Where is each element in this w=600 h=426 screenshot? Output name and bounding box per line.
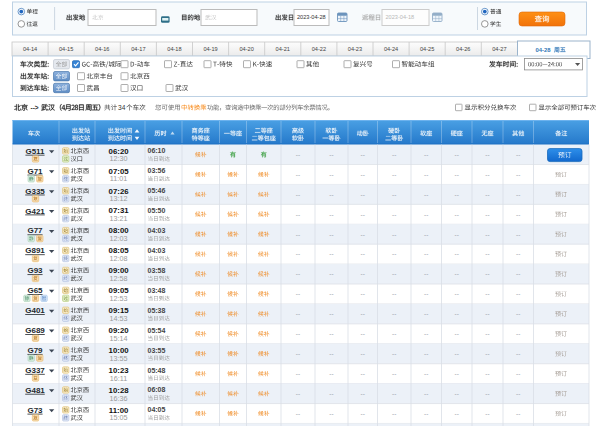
svg-text:05:38: 05:38 xyxy=(148,307,166,314)
svg-text:G79: G79 xyxy=(27,346,43,355)
svg-text:04-17: 04-17 xyxy=(131,46,145,52)
svg-text:--: -- xyxy=(485,290,489,297)
svg-text:--: -- xyxy=(485,151,489,158)
svg-text:34: 34 xyxy=(118,104,126,111)
svg-text:05:46: 05:46 xyxy=(148,187,166,194)
svg-text:--: -- xyxy=(516,151,520,158)
svg-text:G77: G77 xyxy=(27,226,43,235)
svg-text:--: -- xyxy=(296,330,300,337)
svg-text:--: -- xyxy=(392,250,396,257)
svg-text:--: -- xyxy=(516,310,520,317)
svg-text:G93: G93 xyxy=(27,266,43,275)
svg-text:--: -- xyxy=(424,310,428,317)
svg-text:--: -- xyxy=(329,191,333,198)
svg-text:--: -- xyxy=(424,270,428,277)
svg-text:--: -- xyxy=(516,250,520,257)
svg-text:G71: G71 xyxy=(27,167,43,176)
svg-text:--: -- xyxy=(516,410,520,417)
svg-text:04-20: 04-20 xyxy=(239,46,253,52)
svg-text:--: -- xyxy=(329,330,333,337)
svg-text:--: -- xyxy=(329,370,333,377)
svg-text:--: -- xyxy=(392,270,396,277)
svg-text:--: -- xyxy=(361,290,365,297)
svg-text:04-21: 04-21 xyxy=(276,46,290,52)
svg-text:--: -- xyxy=(392,310,396,317)
svg-text:12:53: 12:53 xyxy=(110,294,128,303)
svg-text:--: -- xyxy=(361,171,365,178)
svg-text:--: -- xyxy=(485,250,489,257)
svg-text:--: -- xyxy=(361,231,365,238)
svg-text:--: -- xyxy=(392,171,396,178)
svg-text:G335: G335 xyxy=(25,187,45,196)
svg-text:04-19: 04-19 xyxy=(203,46,217,52)
svg-text:13:21: 13:21 xyxy=(110,214,128,223)
svg-text:--: -- xyxy=(516,390,520,397)
svg-text:16:11: 16:11 xyxy=(110,374,127,383)
svg-text:--: -- xyxy=(392,191,396,198)
svg-text:--: -- xyxy=(455,390,459,397)
svg-text:--: -- xyxy=(424,410,428,417)
svg-text:--: -- xyxy=(392,151,396,158)
svg-text:06:10: 06:10 xyxy=(148,147,166,154)
svg-text:--: -- xyxy=(361,390,365,397)
svg-text:--: -- xyxy=(392,211,396,218)
svg-text:--: -- xyxy=(361,350,365,357)
svg-text:-->: --> xyxy=(31,104,39,111)
svg-text:--: -- xyxy=(516,211,520,218)
svg-text:--: -- xyxy=(296,370,300,377)
svg-text:--: -- xyxy=(485,270,489,277)
svg-text:--: -- xyxy=(455,211,459,218)
svg-text:--: -- xyxy=(361,250,365,257)
svg-text:--: -- xyxy=(516,171,520,178)
svg-text:G511: G511 xyxy=(25,147,45,156)
svg-text:15:14: 15:14 xyxy=(110,334,128,343)
svg-text:--: -- xyxy=(516,290,520,297)
svg-text:G891: G891 xyxy=(25,246,45,255)
svg-text:04-28: 04-28 xyxy=(535,47,551,53)
svg-text:--: -- xyxy=(392,350,396,357)
svg-text:--: -- xyxy=(485,171,489,178)
svg-text:G337: G337 xyxy=(25,366,45,375)
svg-text:--: -- xyxy=(296,310,300,317)
svg-text:04:03: 04:03 xyxy=(148,247,166,254)
svg-text:2023-04-28: 2023-04-28 xyxy=(297,14,326,20)
svg-text:04-22: 04-22 xyxy=(312,46,326,52)
svg-text:G421: G421 xyxy=(25,207,45,216)
svg-text:12:08: 12:08 xyxy=(110,254,128,263)
svg-text:--: -- xyxy=(424,390,428,397)
svg-text:--: -- xyxy=(329,270,333,277)
svg-text:--: -- xyxy=(485,231,489,238)
svg-text:--: -- xyxy=(516,231,520,238)
svg-text:04-25: 04-25 xyxy=(420,46,434,52)
svg-text:13:12: 13:12 xyxy=(110,194,128,203)
svg-text:03:56: 03:56 xyxy=(148,167,166,174)
svg-text:03:55: 03:55 xyxy=(148,347,166,354)
svg-text:--: -- xyxy=(392,370,396,377)
svg-text:04-27: 04-27 xyxy=(492,46,506,52)
svg-text:15:05: 15:05 xyxy=(110,413,128,422)
svg-text:--: -- xyxy=(296,211,300,218)
svg-text:--: -- xyxy=(424,211,428,218)
svg-text:--: -- xyxy=(455,151,459,158)
svg-text:G401: G401 xyxy=(25,306,45,315)
svg-text:--: -- xyxy=(329,151,333,158)
svg-text:--: -- xyxy=(329,250,333,257)
svg-text:04-18: 04-18 xyxy=(167,46,181,52)
svg-text:--: -- xyxy=(329,410,333,417)
svg-text:--: -- xyxy=(516,270,520,277)
svg-text:04-24: 04-24 xyxy=(384,46,398,52)
svg-text:--: -- xyxy=(296,250,300,257)
svg-text:--: -- xyxy=(424,370,428,377)
svg-text:--: -- xyxy=(361,151,365,158)
svg-text:03:48: 03:48 xyxy=(148,287,166,294)
svg-text:--: -- xyxy=(296,191,300,198)
svg-text:--: -- xyxy=(361,191,365,198)
svg-text:--: -- xyxy=(392,231,396,238)
svg-text:--: -- xyxy=(424,250,428,257)
svg-text:04-23: 04-23 xyxy=(348,46,362,52)
svg-text:--: -- xyxy=(455,330,459,337)
svg-text:--: -- xyxy=(296,410,300,417)
svg-text:12:58: 12:58 xyxy=(110,274,128,283)
svg-text:--: -- xyxy=(485,350,489,357)
svg-text:--: -- xyxy=(424,171,428,178)
